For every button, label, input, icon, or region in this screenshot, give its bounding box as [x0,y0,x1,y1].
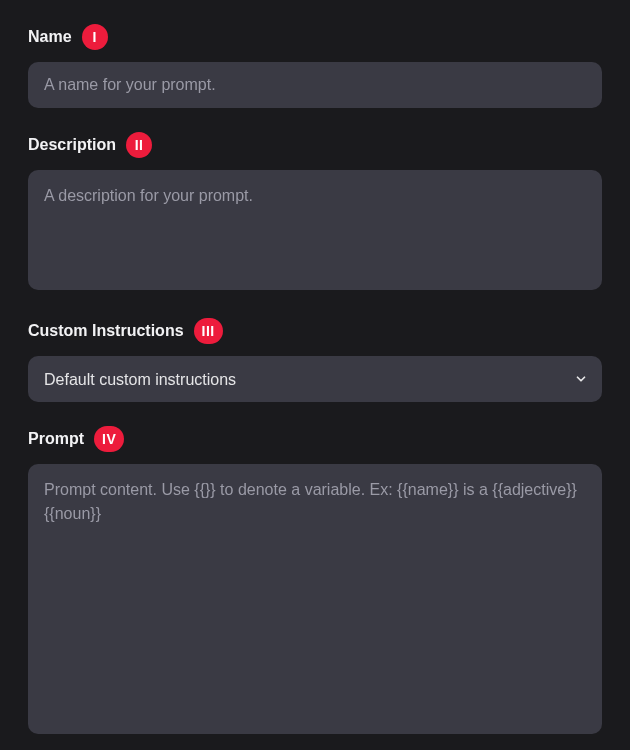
name-label-row: Name I [28,24,602,50]
badge-one: I [82,24,108,50]
custom-instructions-select[interactable]: Default custom instructions [28,356,602,402]
prompt-textarea[interactable] [28,464,602,734]
prompt-field-group: Prompt IV [28,426,602,738]
custom-instructions-label: Custom Instructions [28,322,184,340]
description-label-row: Description II [28,132,602,158]
name-field-group: Name I [28,24,602,108]
badge-four: IV [94,426,124,452]
prompt-label: Prompt [28,430,84,448]
custom-instructions-field-group: Custom Instructions III Default custom i… [28,318,602,402]
description-label: Description [28,136,116,154]
description-field-group: Description II [28,132,602,294]
description-textarea[interactable] [28,170,602,290]
name-input[interactable] [28,62,602,108]
prompt-label-row: Prompt IV [28,426,602,452]
name-label: Name [28,28,72,46]
badge-two: II [126,132,152,158]
custom-instructions-label-row: Custom Instructions III [28,318,602,344]
custom-instructions-select-wrap: Default custom instructions [28,356,602,402]
badge-three: III [194,318,223,344]
